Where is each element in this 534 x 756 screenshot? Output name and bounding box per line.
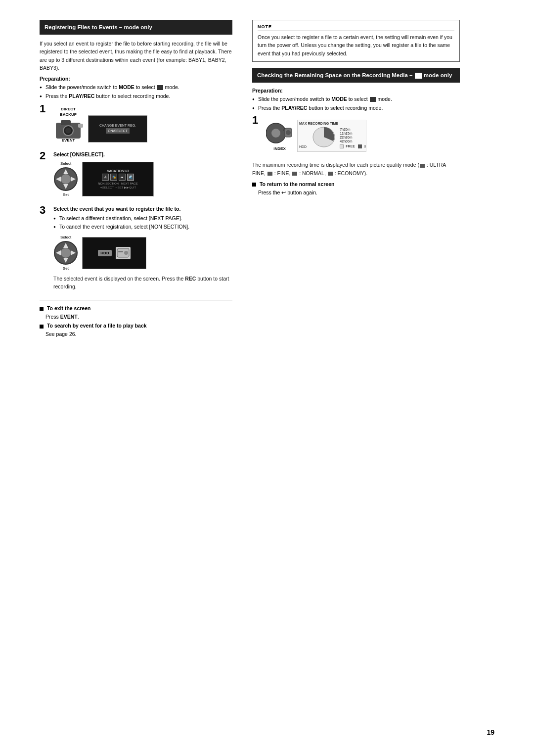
right-body-text: The maximum recording time is displayed … <box>252 161 460 177</box>
event-label: EVENT <box>62 138 75 142</box>
step3-bullets: To select a different destination, selec… <box>53 215 232 232</box>
hdd-svg <box>116 247 130 258</box>
exit-screen-title: To exit the screen <box>47 305 91 311</box>
step3-nav-group: Select Set <box>53 235 78 271</box>
step-1-content: DIRECT BACKUP EVENT <box>53 104 232 146</box>
step-1-number: 1 <box>40 103 49 114</box>
svg-point-12 <box>61 248 71 258</box>
return-bullet <box>252 183 256 187</box>
mrt-time-4: 42h00m <box>340 140 366 143</box>
step3-images: Select Set <box>53 235 232 271</box>
left-body-intro: If you select an event to register the f… <box>40 40 232 72</box>
exit-screen-body: Press EVENT. <box>40 313 232 321</box>
right-prep-item-2: Press the PLAY/REC button to select reco… <box>252 104 460 112</box>
right-step1-nav-group: / INDEX <box>266 121 293 151</box>
left-divider <box>40 300 232 300</box>
return-title: To return to the normal screen <box>260 181 335 187</box>
mrt-time-2: 11h15m <box>340 132 366 135</box>
svg-point-6 <box>61 174 71 184</box>
step-2-number: 2 <box>40 150 49 161</box>
index-label: INDEX <box>273 146 285 151</box>
search-event-bullet <box>40 325 44 329</box>
step1-camera-group: DIRECT BACKUP EVENT <box>53 107 83 142</box>
step-3-title: Select the event that you want to regist… <box>53 206 232 212</box>
exit-bullet <box>40 307 44 311</box>
return-body: Press the ↩ button again. <box>252 189 460 197</box>
step-2: 2 Select [ON/SELECT]. Select <box>40 151 232 201</box>
step2-set-label: Set <box>63 192 69 197</box>
svg-rect-19 <box>118 251 123 252</box>
step3-select-label: Select <box>60 235 71 239</box>
right-step1-images: / INDEX MAX RECORDING TIME HDD <box>266 120 460 152</box>
right-step-1-number: 1 <box>252 115 262 126</box>
step-3-content: Select the event that you want to regist… <box>53 206 232 295</box>
page-number: 19 <box>487 728 494 736</box>
left-prep-label: Preparation: <box>40 76 232 82</box>
mrt-time-3: 22h30m <box>340 136 366 139</box>
search-event-title: To search by event for a file to play ba… <box>47 323 147 329</box>
step3-screen: HDD <box>82 237 146 269</box>
right-step1-svg: / <box>266 121 293 145</box>
hdd-img <box>116 247 131 259</box>
step3-result-text: The selected event is displayed on the s… <box>53 275 232 291</box>
step1-screen: CHANGE EVENT REG. ON/SELECT <box>88 115 147 142</box>
step-3-number: 3 <box>40 205 49 216</box>
svg-point-21 <box>271 129 280 138</box>
left-section-header: Registering Files to Events – mode only <box>40 20 232 35</box>
note-text: Once you select to register a file to a … <box>258 33 454 57</box>
note-box: NOTE Once you select to register a file … <box>252 20 460 62</box>
svg-point-24 <box>286 130 291 135</box>
camera-svg <box>53 118 83 140</box>
step2-select-label: Select <box>60 161 71 166</box>
right-step-1: 1 / INDEX <box>252 116 460 156</box>
mrt-legend: FREE USED <box>340 144 366 148</box>
direct-label: DIRECT <box>61 107 76 111</box>
backup-label: BACKUP <box>60 112 77 117</box>
step2-nav-group: Select Set <box>53 161 78 197</box>
mrt-hdd-label: HDD <box>299 145 307 148</box>
step3-set-label: Set <box>63 266 69 271</box>
mrt-chart <box>311 126 338 148</box>
step-1: 1 DIRECT BACKUP <box>40 104 232 146</box>
used-label: USED <box>364 144 366 148</box>
search-event-body: See page 26. <box>40 331 232 338</box>
free-label: FREE <box>346 144 355 148</box>
right-section-header-text: Checking the Remaining Space on the Reco… <box>257 72 452 78</box>
right-column: NOTE Once you select to register a file … <box>247 20 460 340</box>
left-prep-item-2: Press the PLAY/REC button to select reco… <box>40 93 232 100</box>
step3-nav-svg <box>53 240 78 265</box>
left-prep-list: Slide the power/mode switch to MODE to s… <box>40 84 232 100</box>
left-prep-item-1: Slide the power/mode switch to MODE to s… <box>40 84 232 92</box>
right-prep-list: Slide the power/mode switch to MODE to s… <box>252 95 460 112</box>
right-section-header: Checking the Remaining Space on the Reco… <box>252 68 460 83</box>
mrt-pie-svg <box>311 126 338 148</box>
step2-images: Select Set <box>53 161 232 197</box>
mrt-header: MAX RECORDING TIME <box>299 122 364 125</box>
svg-point-3 <box>65 128 71 134</box>
step2-nav-svg <box>53 167 78 191</box>
note-label: NOTE <box>258 24 454 31</box>
mrt-screen: MAX RECORDING TIME HDD <box>297 120 366 152</box>
step3-bullet-2: To cancel the event registration, select… <box>53 223 232 231</box>
left-section-header-text: Registering Files to Events – mode only <box>44 24 152 30</box>
step-2-content: Select [ON/SELECT]. Select <box>53 151 232 201</box>
mrt-time-1: 7h20m <box>340 128 366 131</box>
step-2-title: Select [ON/SELECT]. <box>53 151 232 157</box>
left-column: Registering Files to Events – mode only … <box>40 20 247 340</box>
step2-screen: VACATION 1/3 🏖 🎭 ⛰ 🌊 NON SECTION NEXT PA… <box>82 162 154 196</box>
step-3: 3 Select the event that you want to regi… <box>40 206 232 295</box>
return-section: To return to the normal screen <box>252 181 460 187</box>
right-step-1-content: / INDEX MAX RECORDING TIME HDD <box>266 116 460 156</box>
mrt-times: 7h20m 11h15m 22h30m 42h00m FREE USED <box>340 128 366 148</box>
right-prep-label: Preparation: <box>252 88 460 94</box>
exit-screen-section: To exit the screen <box>40 305 232 311</box>
svg-point-18 <box>124 251 128 255</box>
step3-bullet-1: To select a different destination, selec… <box>53 215 232 223</box>
right-prep-item-1: Slide the power/mode switch to MODE to s… <box>252 95 460 103</box>
svg-rect-4 <box>78 124 83 128</box>
search-event-section: To search by event for a file to play ba… <box>40 323 232 329</box>
svg-rect-1 <box>61 120 71 125</box>
